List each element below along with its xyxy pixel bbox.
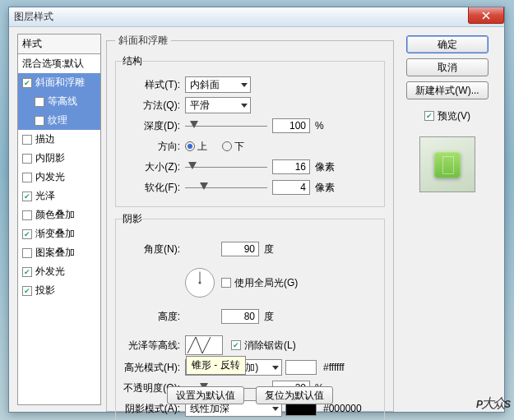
close-button[interactable]: [468, 7, 504, 24]
window-title: 图层样式: [14, 10, 53, 24]
style-combo[interactable]: 内斜面: [185, 76, 251, 93]
preview-thumbnail: [419, 136, 475, 192]
direction-up-radio[interactable]: [185, 141, 195, 151]
global-light-checkbox[interactable]: [221, 278, 231, 288]
style-list-panel: 样式 混合选项:默认 ✔斜面和浮雕 等高线 纹理 描边 内阴影 内发光 ✔光泽 …: [17, 34, 101, 405]
preview-checkbox[interactable]: ✔: [424, 111, 434, 121]
angle-label: 角度(N):: [123, 242, 185, 256]
highlight-hex: #ffffff: [323, 362, 345, 373]
style-list: 混合选项:默认 ✔斜面和浮雕 等高线 纹理 描边 内阴影 内发光 ✔光泽 颜色叠…: [17, 54, 101, 405]
direction-down-radio[interactable]: [222, 141, 232, 151]
gloss-tooltip: 锥形 - 反转: [186, 356, 246, 375]
checkbox-icon[interactable]: [22, 135, 32, 145]
size-input[interactable]: 16: [272, 159, 310, 174]
list-blend[interactable]: 混合选项:默认: [18, 54, 100, 73]
titlebar[interactable]: 图层样式: [9, 7, 504, 27]
soften-input[interactable]: 4: [272, 180, 310, 195]
reset-default-button[interactable]: 复位为默认值: [256, 386, 333, 404]
depth-input[interactable]: 100: [272, 118, 310, 133]
checkbox-icon[interactable]: ✔: [22, 286, 32, 296]
checkbox-icon[interactable]: [22, 210, 32, 220]
antialias-checkbox[interactable]: ✔: [231, 340, 241, 350]
list-inner-glow[interactable]: 内发光: [18, 168, 100, 187]
soften-slider[interactable]: [185, 181, 267, 194]
checkbox-icon[interactable]: ✔: [22, 229, 32, 239]
style-list-header: 样式: [17, 34, 101, 54]
highlight-mode-label: 高光模式(H):: [123, 361, 185, 375]
chevron-down-icon: [272, 407, 279, 411]
list-bevel[interactable]: ✔斜面和浮雕: [18, 73, 100, 92]
direction-label: 方向:: [123, 140, 185, 154]
depth-label: 深度(D):: [123, 119, 185, 133]
list-color-overlay[interactable]: 颜色叠加: [18, 205, 100, 224]
list-satin[interactable]: ✔光泽: [18, 187, 100, 205]
checkbox-icon[interactable]: ✔: [22, 267, 32, 277]
structure-legend: 结构: [123, 54, 142, 68]
checkbox-icon[interactable]: ✔: [22, 192, 32, 201]
shading-legend: 阴影: [123, 212, 142, 226]
ok-button[interactable]: 确定: [406, 35, 489, 53]
list-pattern-overlay[interactable]: 图案叠加: [18, 243, 100, 262]
checkbox-icon[interactable]: [22, 248, 32, 258]
checkbox-icon[interactable]: [22, 173, 32, 182]
list-texture[interactable]: 纹理: [18, 111, 100, 130]
highlight-color-swatch[interactable]: [285, 360, 317, 375]
bevel-fieldset: 斜面和浮雕 结构 样式(T): 内斜面 方法(Q): 平滑 深度(D): 100…: [106, 34, 394, 412]
settings-panel: 斜面和浮雕 结构 样式(T): 内斜面 方法(Q): 平滑 深度(D): 100…: [106, 34, 394, 405]
angle-input[interactable]: 90: [221, 242, 259, 256]
size-label: 大小(Z):: [123, 160, 185, 174]
list-inner-shadow[interactable]: 内阴影: [18, 149, 100, 168]
contour-curve-icon: [188, 337, 211, 353]
close-icon: [482, 12, 490, 20]
list-drop-shadow[interactable]: ✔投影: [18, 281, 100, 300]
angle-dial[interactable]: [185, 268, 215, 298]
bevel-legend: 斜面和浮雕: [115, 34, 171, 48]
checkbox-icon[interactable]: [35, 97, 44, 107]
gloss-label: 光泽等高线:: [123, 339, 185, 353]
chevron-down-icon: [272, 366, 279, 370]
technique-combo[interactable]: 平滑: [185, 97, 251, 113]
style-label: 样式(T):: [123, 78, 185, 92]
checkbox-icon[interactable]: [22, 154, 32, 164]
technique-label: 方法(Q):: [123, 99, 185, 113]
soften-label: 软化(F):: [123, 181, 185, 195]
list-stroke[interactable]: 描边: [18, 130, 100, 149]
list-outer-glow[interactable]: ✔外发光: [18, 262, 100, 281]
list-contour[interactable]: 等高线: [18, 92, 100, 111]
right-panel: 确定 取消 新建样式(W)... ✔预览(V): [399, 34, 496, 405]
chevron-down-icon: [241, 104, 248, 108]
cancel-button[interactable]: 取消: [406, 58, 489, 76]
layer-style-dialog: 图层样式 样式 混合选项:默认 ✔斜面和浮雕 等高线 纹理 描边 内阴影 内发光…: [8, 7, 505, 413]
chevron-down-icon: [241, 83, 248, 87]
list-grad-overlay[interactable]: ✔渐变叠加: [18, 224, 100, 243]
structure-fieldset: 结构 样式(T): 内斜面 方法(Q): 平滑 深度(D): 100 % 方向:…: [115, 54, 385, 207]
depth-slider[interactable]: [185, 119, 267, 132]
altitude-label: 高度:: [123, 310, 185, 324]
checkbox-icon[interactable]: [35, 116, 44, 126]
altitude-input[interactable]: 80: [221, 309, 259, 324]
size-slider[interactable]: [185, 160, 267, 173]
set-default-button[interactable]: 设置为默认值: [167, 386, 244, 404]
checkbox-icon[interactable]: ✔: [22, 78, 32, 88]
shadow-hex: #000000: [323, 403, 362, 414]
new-style-button[interactable]: 新建样式(W)...: [406, 81, 489, 99]
gloss-contour-picker[interactable]: 锥形 - 反转: [185, 335, 223, 355]
